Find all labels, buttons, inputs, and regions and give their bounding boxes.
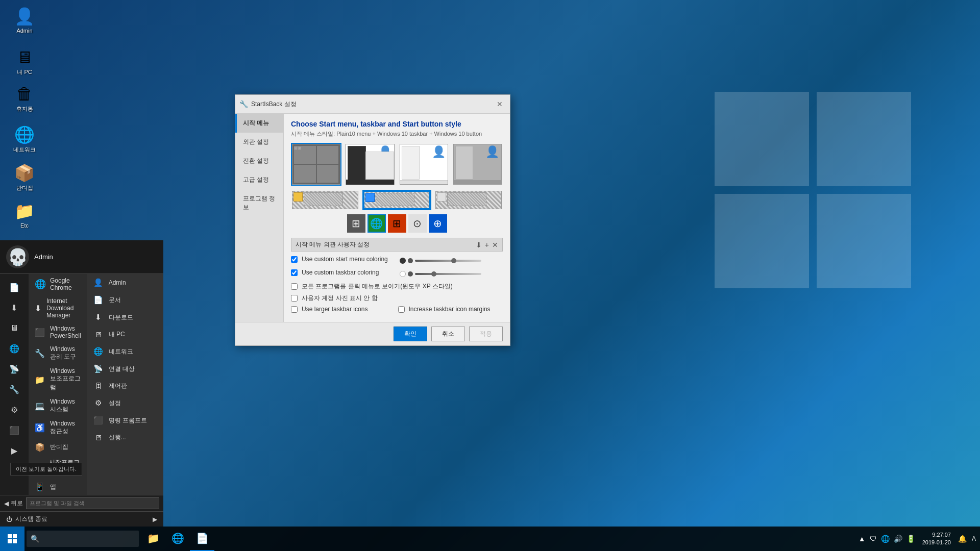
close-settings-icon[interactable]: ✕ xyxy=(492,241,498,249)
desktop: 👤 Admin 🖥 내 PC 🌐 네트워크 🗑 휴지통 📦 반디집 📁 Etc … xyxy=(0,0,980,551)
taskbar-color-slider-row xyxy=(400,269,503,279)
dialog-main-title: Choose Start menu, taskbar and Start but… xyxy=(291,120,503,128)
style-previews-row2 xyxy=(291,190,503,210)
checkbox-increase-margins: Increase taskbar icon margins xyxy=(398,306,503,313)
checkbox-two-col: Use larger taskbar icons Increase taskba… xyxy=(291,306,503,316)
preview4-user-icon: 👤 xyxy=(485,145,499,159)
menu-color-option: Use custom start menu coloring xyxy=(291,256,395,266)
nav-item-program-info[interactable]: 프로그램 정보 xyxy=(235,189,283,217)
start-btn-option-2[interactable]: 🌐 xyxy=(368,214,386,233)
checkbox-custom-menu-color: Use custom start menu coloring xyxy=(291,256,395,263)
dark-color-dot xyxy=(400,258,406,264)
dialog-body: 시작 메뉴 외관 설정 전환 설정 고급 설정 프로그램 정보 Choose S… xyxy=(235,114,510,322)
style-previews-row1: ⊞⊞ 👤 xyxy=(291,143,503,186)
larger-icons-check[interactable] xyxy=(291,306,298,313)
increase-margins-check[interactable] xyxy=(398,306,405,313)
style-preview-7[interactable] xyxy=(434,190,503,210)
dialog-footer: 확인 취소 적용 xyxy=(235,322,510,345)
preview3-user-icon: 👤 xyxy=(432,145,446,159)
style-preview-6[interactable] xyxy=(362,190,431,210)
light-color-dot xyxy=(400,271,406,277)
menu-color-slider-row xyxy=(400,256,503,266)
taskbar-color-option: Use custom taskbar coloring xyxy=(291,269,395,279)
apply-button[interactable]: 적용 xyxy=(469,327,503,341)
start-button-strip: ⊞ 🌐 ⊞ ⊙ ⊕ xyxy=(291,214,503,233)
start-btn-option-4[interactable]: ⊙ xyxy=(408,214,427,233)
download-settings-icon[interactable]: ⬇ xyxy=(476,241,482,249)
start-btn-option-1[interactable]: ⊞ xyxy=(347,214,365,233)
start-btn-option-3[interactable]: ⊞ xyxy=(388,214,406,233)
checkbox-hide-user-photo: 사용자 계정 사진 표시 안 함 xyxy=(291,294,503,303)
style-preview-2[interactable]: 👤 xyxy=(345,143,395,186)
dialog-subtitle: 시작 메뉴 스타일: Plain10 menu + Windows 10 tas… xyxy=(291,130,503,138)
taskbar-color-slider[interactable] xyxy=(415,273,481,275)
style-preview-4[interactable]: 👤 xyxy=(452,143,503,186)
custom-menu-color-check[interactable] xyxy=(291,256,298,263)
nav-item-start-menu[interactable]: 시작 메뉴 xyxy=(235,114,283,133)
settings-section-title: 시작 메뉴 외관 사용자 설정 xyxy=(296,240,370,249)
start-btn-option-5[interactable]: ⊕ xyxy=(429,214,447,233)
nav-item-transition[interactable]: 전환 설정 xyxy=(235,152,283,170)
dark-slider-thumb xyxy=(408,258,413,263)
settings-section-header: 시작 메뉴 외관 사용자 설정 ⬇ + ✕ xyxy=(291,238,503,252)
dialog-content: Choose Start menu, taskbar and Start but… xyxy=(284,114,510,322)
style-preview-5[interactable] xyxy=(291,190,359,210)
dialog-title-icon: 🔧 xyxy=(239,100,248,108)
dialog-sidebar: 시작 메뉴 외관 설정 전환 설정 고급 설정 프로그램 정보 xyxy=(235,114,284,322)
cancel-button[interactable]: 취소 xyxy=(431,327,465,341)
checkbox-larger-icons: Use larger taskbar icons xyxy=(291,306,396,313)
style-preview-1[interactable]: ⊞⊞ xyxy=(291,143,341,186)
dialog-overlay: 🔧 StartIsBack 설정 ✕ 시작 메뉴 외관 설정 전환 설정 고급 … xyxy=(0,0,980,551)
custom-taskbar-color-check[interactable] xyxy=(291,269,298,276)
startisback-dialog: 🔧 StartIsBack 설정 ✕ 시작 메뉴 외관 설정 전환 설정 고급 … xyxy=(235,94,510,346)
dialog-title-text: StartIsBack 설정 xyxy=(251,100,491,109)
settings-header-icons: ⬇ + ✕ xyxy=(476,241,498,249)
hide-user-photo-check[interactable] xyxy=(291,295,298,302)
all-programs-check[interactable] xyxy=(291,283,298,290)
light-slider-thumb xyxy=(408,271,413,277)
color-options-row: Use custom start menu coloring xyxy=(291,256,503,266)
taskbar-color-row: Use custom taskbar coloring xyxy=(291,269,503,279)
add-settings-icon[interactable]: + xyxy=(485,241,489,249)
checkbox-all-programs: 모든 프로그램를 클릭 메뉴로 보이기(윈도우 XP 스타일) xyxy=(291,282,503,291)
ok-button[interactable]: 확인 xyxy=(394,327,427,341)
dialog-close-button[interactable]: ✕ xyxy=(494,98,506,110)
menu-color-slider[interactable] xyxy=(415,260,481,262)
checkbox-custom-taskbar-color: Use custom taskbar coloring xyxy=(291,269,395,276)
style-preview-3[interactable]: 👤 xyxy=(399,143,449,186)
nav-item-advanced[interactable]: 고급 설정 xyxy=(235,170,283,189)
nav-item-appearance[interactable]: 외관 설정 xyxy=(235,133,283,152)
dialog-titlebar: 🔧 StartIsBack 설정 ✕ xyxy=(235,95,510,114)
